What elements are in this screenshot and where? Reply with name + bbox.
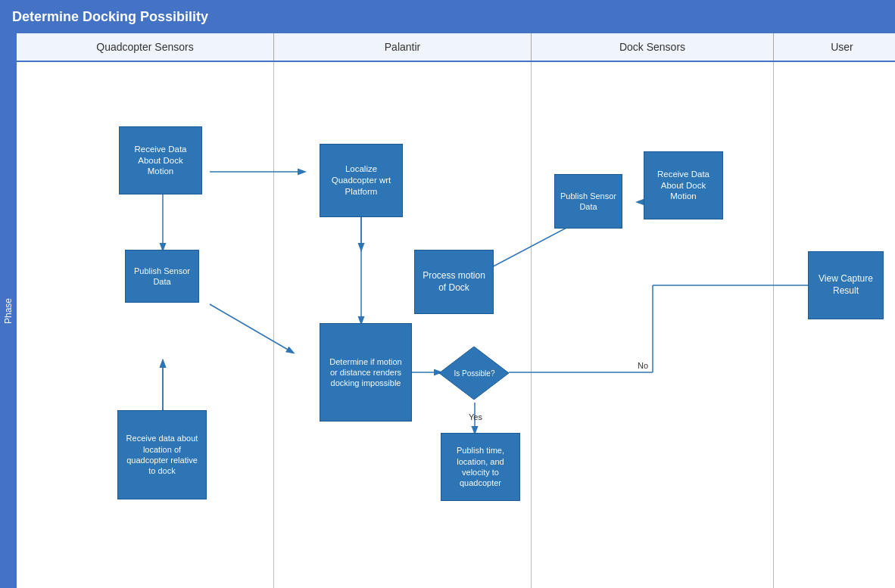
label-yes: Yes bbox=[469, 412, 482, 422]
box-receive-dock-motion-dock: Receive Data About Dock Motion bbox=[644, 151, 723, 219]
box-publish-time: Publish time, location, and velocity to … bbox=[441, 433, 520, 501]
label-no: No bbox=[638, 361, 648, 370]
header-user: User bbox=[774, 33, 895, 61]
box-receive-location: Receive data about location of quadcopte… bbox=[117, 410, 207, 499]
box-publish-sensor-quad: Publish Sensor Data bbox=[125, 250, 199, 303]
header-quadcopter-sensors: Quadcopter Sensors bbox=[17, 33, 274, 61]
diagram-title: Determine Docking Possibility bbox=[12, 9, 208, 25]
box-view-capture: View Capture Result bbox=[808, 251, 884, 319]
lane-dock-sensors bbox=[532, 62, 774, 588]
box-receive-dock-motion-quad: Receive Data About Dock Motion bbox=[119, 126, 202, 194]
box-process-motion: Process motion of Dock bbox=[414, 250, 494, 314]
box-publish-sensor-dock: Publish Sensor Data bbox=[554, 174, 622, 229]
title-bar: Determine Docking Possibility bbox=[0, 0, 895, 33]
lane-user bbox=[774, 62, 895, 588]
header-palantir: Palantir bbox=[274, 33, 532, 61]
phase-label: Phase bbox=[0, 33, 17, 588]
box-is-possible: Is Possible? bbox=[438, 345, 510, 402]
box-localize-quad: Localize Quadcopter wrt Platform bbox=[320, 144, 403, 217]
box-determine-docking: Determine if motion or distance renders … bbox=[320, 323, 412, 422]
header-dock-sensors: Dock Sensors bbox=[532, 33, 774, 61]
